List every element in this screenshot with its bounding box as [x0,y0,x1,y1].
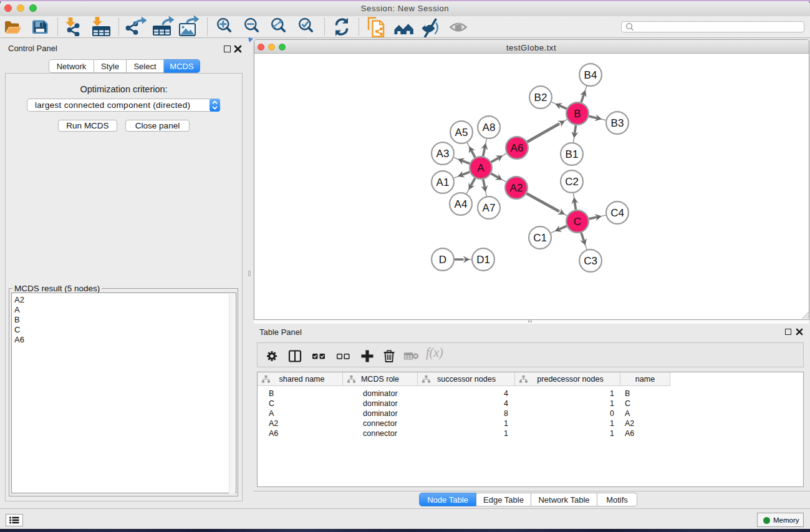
svg-text:C3: C3 [584,255,597,267]
svg-text:A5: A5 [455,127,468,138]
svg-text:A8: A8 [483,122,496,133]
svg-text:B2: B2 [534,92,547,104]
svg-text:A6: A6 [511,142,524,154]
svg-text:A4: A4 [455,198,468,210]
svg-text:B4: B4 [584,69,597,81]
svg-text:C4: C4 [610,207,624,219]
svg-text:A1: A1 [436,177,450,188]
svg-text:B: B [574,108,581,120]
svg-text:C2: C2 [565,176,579,188]
svg-text:C1: C1 [533,232,547,244]
svg-text:A2: A2 [510,182,523,194]
svg-text:D: D [439,254,446,266]
svg-text:A: A [477,162,485,174]
svg-text:A3: A3 [436,148,450,160]
svg-text:B1: B1 [566,148,579,160]
svg-text:D1: D1 [476,254,490,266]
svg-text:C: C [574,216,581,228]
svg-text:A7: A7 [483,202,496,214]
svg-text:B3: B3 [611,117,624,129]
